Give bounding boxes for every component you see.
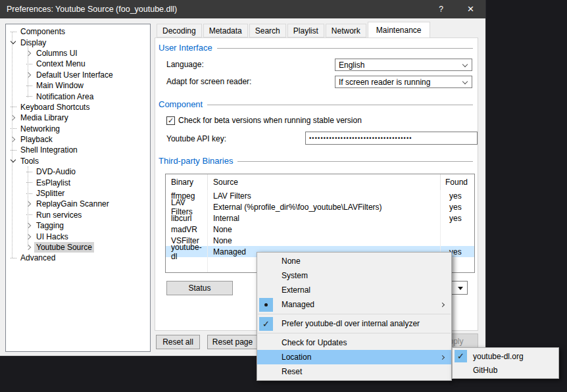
section-header-user-interface: User Interface <box>159 43 473 53</box>
beta-versions-checkbox-row[interactable]: ✓ Check for beta versions when running s… <box>166 116 362 125</box>
sidebar-item-playback[interactable]: Playback <box>6 134 150 145</box>
table-row-ffmpeg[interactable]: ffmpeg LAV Filters yes <box>166 190 474 201</box>
section-rule <box>237 161 473 162</box>
sidebar-item-display[interactable]: Display <box>6 37 150 47</box>
tree-connector <box>8 26 18 37</box>
sidebar-item-columns-ui[interactable]: Columns UI <box>6 48 150 59</box>
titlebar[interactable]: Preferences: Youtube Source (foo_youtube… <box>0 0 485 18</box>
sidebar-item-youtube-source[interactable]: Youtube Source <box>6 242 150 253</box>
checkbox-checked-icon[interactable]: ✓ <box>166 116 175 125</box>
sidebar-item-dvd-audio[interactable]: DVD-Audio <box>6 166 150 177</box>
dropdown-arrow-icon <box>458 287 463 290</box>
tab-search[interactable]: Search <box>249 24 286 37</box>
sidebar-item-keyboard-shortcuts[interactable]: Keyboard Shortcuts <box>6 102 150 112</box>
chevron-right-icon[interactable] <box>24 199 34 209</box>
sidebar-item-context-menu[interactable]: Context Menu <box>6 59 150 69</box>
menu-item-external[interactable]: External <box>257 283 451 297</box>
tree-connector <box>24 178 34 188</box>
section-rule <box>207 105 473 105</box>
tree-connector <box>8 145 18 155</box>
sidebar-item-media-library[interactable]: Media Library <box>6 112 150 123</box>
sidebar-item-tools[interactable]: Tools <box>6 156 150 166</box>
sidebar-item-tagging[interactable]: Tagging <box>6 220 150 231</box>
screen-reader-select[interactable]: If screen reader is running <box>335 76 472 88</box>
sidebar-item-main-window[interactable]: Main Window <box>6 80 150 91</box>
table-gridline <box>207 257 208 272</box>
tree-connector <box>24 188 34 199</box>
column-header-found[interactable]: Found <box>440 174 474 190</box>
window-title: Preferences: Youtube Source (foo_youtube… <box>0 5 177 14</box>
api-key-label: Youtube API key: <box>166 134 226 143</box>
status-button[interactable]: Status <box>166 281 233 295</box>
chevron-right-icon[interactable] <box>24 220 34 231</box>
sidebar-item-components[interactable]: Components <box>6 26 150 37</box>
close-button[interactable]: × <box>456 0 485 18</box>
chevron-right-icon[interactable] <box>24 48 34 59</box>
location-submenu: ✓ youtube-dl.org GitHub <box>452 347 559 379</box>
menu-separator <box>258 333 451 333</box>
chevron-right-icon[interactable] <box>8 134 18 145</box>
menu-item-check-for-updates[interactable]: Check for Updates <box>257 335 451 350</box>
section-header-third-party: Third-party Binaries <box>159 156 473 166</box>
chevron-right-icon[interactable] <box>24 232 34 242</box>
tree-connector <box>24 166 34 177</box>
submenu-arrow-icon <box>440 302 445 306</box>
menu-item-youtube-dl-org[interactable]: ✓ youtube-dl.org <box>453 349 558 363</box>
chevron-down-icon[interactable] <box>8 37 18 48</box>
menu-item-github[interactable]: GitHub <box>453 363 558 377</box>
sidebar-item-networking[interactable]: Networking <box>6 124 150 134</box>
table-row-libcurl[interactable]: libcurl Internal yes <box>166 212 474 224</box>
language-label: Language: <box>166 60 204 69</box>
table-header-row[interactable]: Binary Source Found <box>166 174 474 190</box>
sidebar-item-jsplitter[interactable]: JSplitter <box>6 188 150 199</box>
table-row-lav-filters[interactable]: LAV Filters External (%profile_dir%\foo_… <box>166 201 474 212</box>
menu-item-system[interactable]: System <box>257 268 451 283</box>
table-row-vsfilter[interactable]: VSFilter None <box>166 235 474 246</box>
sidebar-item-ui-hacks[interactable]: UI Hacks <box>6 231 150 241</box>
sidebar-item-esplaylist[interactable]: EsPlaylist <box>6 177 150 187</box>
menu-item-managed[interactable]: Managed <box>257 297 451 312</box>
sidebar-item-replaygain-scanner[interactable]: ReplayGain Scanner <box>6 199 150 209</box>
tab-metadata[interactable]: Metadata <box>203 24 248 37</box>
column-header-binary[interactable]: Binary <box>166 178 207 187</box>
tree-connector <box>24 91 34 102</box>
sidebar-item-advanced[interactable]: Advanced <box>6 253 150 263</box>
radio-selected-icon <box>259 298 273 312</box>
chevron-right-icon[interactable] <box>8 112 18 123</box>
reset-page-button[interactable]: Reset page <box>207 335 258 349</box>
preferences-tree: Components Display Columns UI Context Me… <box>5 24 151 352</box>
beta-versions-label: Check for beta versions when running sta… <box>178 116 362 125</box>
tab-maintenance[interactable]: Maintenance <box>368 22 430 37</box>
sidebar-item-default-user-interface[interactable]: Default User Interface <box>6 70 150 80</box>
chevron-right-icon[interactable] <box>24 70 34 80</box>
tree-connector <box>24 80 34 91</box>
checkmark-icon: ✓ <box>259 317 273 331</box>
tab-decoding[interactable]: Decoding <box>157 24 202 37</box>
chevron-down-icon[interactable] <box>8 156 18 166</box>
menu-item-location[interactable]: Location <box>257 350 451 364</box>
tree-connector <box>24 210 34 220</box>
menu-separator <box>258 314 451 314</box>
tree-connector <box>8 102 18 112</box>
tree-connector <box>8 253 18 263</box>
help-button[interactable]: ? <box>426 0 456 18</box>
column-header-source[interactable]: Source <box>207 174 440 190</box>
api-key-password-field[interactable]: •••••••••••••••••••••••••••••••••••• <box>305 132 478 145</box>
tree-connector <box>24 59 34 69</box>
menu-item-none[interactable]: None <box>257 254 451 268</box>
binary-context-menu: None System External Managed ✓ Prefer yo… <box>257 252 452 381</box>
sidebar-item-run-services[interactable]: Run services <box>6 210 150 220</box>
chevron-down-icon <box>462 62 468 67</box>
tab-playlist[interactable]: Playlist <box>287 24 324 37</box>
language-select[interactable]: English <box>335 59 472 71</box>
reset-all-button[interactable]: Reset all <box>156 335 200 349</box>
chevron-right-icon[interactable] <box>24 242 34 253</box>
menu-item-prefer-youtube-dl[interactable]: ✓ Prefer youtube-dl over internal analyz… <box>257 316 451 331</box>
sidebar-item-shell-integration[interactable]: Shell Integration <box>6 145 150 155</box>
menu-item-reset[interactable]: Reset <box>257 364 451 379</box>
tab-network[interactable]: Network <box>326 24 366 37</box>
table-row-madvr[interactable]: madVR None <box>166 224 474 235</box>
checkmark-icon: ✓ <box>455 350 467 362</box>
sidebar-item-notification-area[interactable]: Notification Area <box>6 91 150 101</box>
screen-reader-label: Adapt for screen reader: <box>166 77 251 86</box>
